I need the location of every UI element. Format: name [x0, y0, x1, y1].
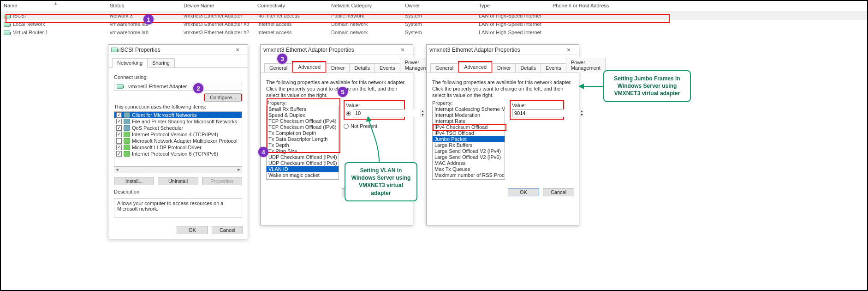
list-item[interactable]: ✓Client for Microsoft Networks [114, 112, 242, 118]
netlist-row-vrouter[interactable]: Virtual Router 1 vmwarehome.lab vmxnet3 … [1, 28, 867, 36]
nic-icon [4, 14, 10, 18]
scroll-right-icon[interactable]: ► [236, 167, 242, 173]
checkbox[interactable] [116, 138, 122, 144]
tab-power[interactable]: Power Management [566, 58, 606, 73]
property-item[interactable]: Large Send Offload V2 (IPv4) [433, 148, 505, 154]
checkbox[interactable]: ✓ [116, 145, 122, 150]
tab-driver[interactable]: Driver [326, 63, 350, 73]
property-label: Property: [432, 100, 505, 106]
window-title: vmxnet3 Ethernet Adapter Properties [263, 47, 354, 53]
list-item[interactable]: ✓File and Printer Sharing for Microsoft … [114, 118, 242, 125]
radio-value-present[interactable] [346, 111, 351, 116]
component-icon [124, 119, 130, 124]
uninstall-button[interactable]: Uninstall [158, 177, 198, 185]
spin-up-icon[interactable]: ▲ [421, 109, 424, 113]
tab-driver[interactable]: Driver [492, 63, 516, 73]
property-item[interactable]: MAC Address [433, 160, 505, 166]
netlist-row-iscsi[interactable]: iSCSI Network 3 vmxnet3 Ethernet Adapter… [1, 12, 867, 20]
property-item[interactable]: Interrupt Coalescing Scheme Mode [433, 106, 505, 112]
cancel-button[interactable]: Cancel [212, 226, 243, 234]
tab-networking[interactable]: Networking [112, 58, 148, 68]
property-item[interactable]: Tx Completion Depth [267, 130, 339, 136]
value-spinner[interactable]: ▲▼ [512, 109, 562, 117]
property-item[interactable]: Maximum number of RSS Processors [433, 172, 505, 178]
property-item[interactable]: Tx Depth [267, 142, 339, 148]
step-badge-2: 2 [193, 83, 203, 93]
description-text: Allows your computer to access resources… [114, 198, 242, 218]
network-connections-list: Name▲ Status Device Name Connectivity Ne… [1, 1, 867, 36]
checkbox[interactable]: ✓ [116, 119, 122, 124]
value-label: Value: [346, 103, 403, 108]
tab-events[interactable]: Events [541, 63, 566, 73]
property-item[interactable]: TCP Checksum Offload (IPv4) [267, 118, 339, 124]
property-item[interactable]: Tx Data Descriptor Length [267, 136, 339, 142]
spin-up-icon[interactable]: ▲ [580, 109, 583, 113]
install-button[interactable]: Install... [114, 177, 154, 185]
property-item[interactable]: Max Tx Queues [433, 166, 505, 172]
property-item[interactable]: Interrupt Rate [433, 118, 505, 124]
tab-sharing[interactable]: Sharing [147, 58, 175, 67]
ok-button[interactable]: OK [508, 188, 539, 196]
close-icon[interactable]: × [395, 46, 410, 54]
property-item[interactable]: Small Rx Buffers [267, 106, 339, 112]
tab-details[interactable]: Details [515, 63, 541, 73]
checkbox[interactable]: ✓ [116, 132, 122, 137]
property-item[interactable]: Maximum number of RSS queues [433, 178, 505, 180]
property-item[interactable]: UDP Checksum Offload (IPv6) [267, 160, 339, 166]
tab-details[interactable]: Details [349, 63, 375, 73]
property-item[interactable]: VLAN ID [267, 166, 339, 172]
checkbox[interactable]: ✓ [116, 151, 122, 157]
spin-down-icon[interactable]: ▼ [580, 113, 583, 117]
hscrollbar[interactable]: ◄ ► [114, 167, 242, 173]
window-title: vmxnet3 Ethernet Adapter Properties [429, 47, 520, 53]
property-item[interactable]: Large Send Offload V2 (IPv6) [433, 154, 505, 160]
close-icon[interactable]: × [561, 46, 576, 54]
property-item[interactable]: Jumbo Packet [433, 136, 505, 142]
item-label: File and Printer Sharing for Microsoft N… [132, 119, 237, 124]
titlebar[interactable]: iSCSI Properties × [108, 45, 248, 55]
property-list[interactable]: Interrupt Coalescing Scheme ModeInterrup… [432, 106, 505, 180]
callout-vlan: Setting VLAN in Windows Server using VMX… [345, 162, 417, 201]
list-item[interactable]: ✓Internet Protocol Version 4 (TCP/IPv4) [114, 131, 242, 138]
property-item[interactable]: Large Rx Buffers [433, 142, 505, 148]
tab-events[interactable]: Events [375, 63, 400, 73]
list-item[interactable]: ✓Microsoft LLDP Protocol Driver [114, 144, 242, 151]
property-item[interactable]: IPv4 TSO Offload [433, 130, 505, 136]
ok-button[interactable]: OK [177, 226, 208, 234]
tab-advanced[interactable]: Advanced [293, 62, 326, 72]
list-item[interactable]: Microsoft Network Adapter Multiplexor Pr… [114, 138, 242, 144]
configure-button[interactable]: Configure... [205, 93, 241, 102]
checkbox[interactable]: ✓ [116, 112, 122, 118]
property-item[interactable]: Wake on magic packet [267, 172, 339, 178]
step-badge-1: 1 [143, 14, 154, 24]
property-item[interactable]: Wake on pattern match [267, 178, 339, 180]
property-item[interactable]: Speed & Duplex [267, 112, 339, 118]
list-item[interactable]: ✓Internet Protocol Version 6 (TCP/IPv6) [114, 151, 242, 157]
list-item[interactable]: ✓QoS Packet Scheduler [114, 125, 242, 131]
netlist-header[interactable]: Name▲ Status Device Name Connectivity Ne… [1, 1, 867, 12]
titlebar[interactable]: vmxnet3 Ethernet Adapter Properties × [427, 45, 579, 55]
property-item[interactable]: IPv4 Checksum Offload [433, 124, 505, 130]
property-list[interactable]: Small Rx BuffersSpeed & DuplexTCP Checks… [266, 106, 339, 180]
tab-general[interactable]: General [430, 63, 458, 73]
value-input[interactable] [353, 109, 421, 117]
radio-not-present[interactable] [344, 124, 349, 129]
property-item[interactable]: TCP Checksum Offload (IPv6) [267, 124, 339, 130]
spin-down-icon[interactable]: ▼ [421, 113, 424, 117]
cancel-button[interactable]: Cancel [543, 188, 574, 196]
value-spinner[interactable]: ▲▼ [353, 109, 403, 117]
connection-items-list[interactable]: ✓Client for Microsoft Networks✓File and … [114, 111, 242, 167]
scroll-left-icon[interactable]: ◄ [114, 167, 120, 173]
value-input[interactable] [512, 109, 580, 117]
properties-button[interactable]: Properties [202, 177, 242, 185]
tab-advanced[interactable]: Advanced [459, 62, 492, 72]
property-item[interactable]: UDP Checksum Offload (IPv4) [267, 154, 339, 160]
netlist-row-local[interactable]: Local Network vmwarehome.lab vmxnet3 Eth… [1, 20, 867, 28]
checkbox[interactable]: ✓ [116, 125, 122, 131]
property-item[interactable]: Tx Ring Size [267, 148, 339, 154]
close-icon[interactable]: × [230, 46, 245, 54]
property-item[interactable]: Interrupt Moderation [433, 112, 505, 118]
tab-general[interactable]: General [264, 63, 292, 73]
col-phone: Phone # or Host Address [553, 3, 663, 8]
step-badge-4: 4 [258, 147, 268, 157]
